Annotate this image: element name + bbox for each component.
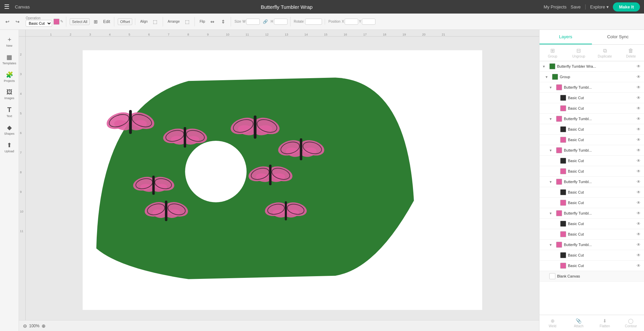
layer-group[interactable]: ▼ Group 👁 xyxy=(539,72,644,82)
group-button[interactable]: ⊞ Group xyxy=(539,45,566,61)
subgroup1-eye-icon[interactable]: 👁 xyxy=(636,84,641,90)
sidebar-item-new[interactable]: ＋ New xyxy=(1,32,18,50)
layer-subgroup-2[interactable]: ▼ Butterfly Tumbl... 👁 xyxy=(539,114,644,124)
flip-h-button[interactable]: ⇔ xyxy=(208,17,217,26)
sidebar-item-upload[interactable]: ⬆ Upload xyxy=(1,139,18,156)
sidebar-item-templates[interactable]: ▦ Templates xyxy=(1,51,18,68)
explore-button[interactable]: Explore ▾ xyxy=(590,4,609,9)
tab-color-sync[interactable]: Color Sync xyxy=(592,30,644,44)
subgroup6-expand-icon[interactable]: ▼ xyxy=(549,243,554,247)
cut2a-name: Basic Cut xyxy=(568,127,636,131)
layer-cut-1b[interactable]: Basic Cut 👁 xyxy=(539,103,644,114)
blank-canvas-layer[interactable]: Blank Canvas xyxy=(539,271,644,282)
menu-icon[interactable]: ☰ xyxy=(4,3,9,10)
group-layer-name: Group xyxy=(560,75,636,79)
svg-rect-7 xyxy=(129,110,132,134)
subgroup5-eye-icon[interactable]: 👁 xyxy=(636,210,641,216)
attach-button[interactable]: 📎 Attach xyxy=(566,315,592,331)
redo-button[interactable]: ↪ xyxy=(13,17,22,26)
layer-cut-2a[interactable]: Basic Cut 👁 xyxy=(539,124,644,135)
layer-subgroup-4[interactable]: ▼ Butterfly Tumbl... 👁 xyxy=(539,177,644,187)
sidebar-item-images[interactable]: 🖼 Images xyxy=(1,86,18,103)
cut5b-eye-icon[interactable]: 👁 xyxy=(636,231,641,237)
subgroup3-expand-icon[interactable]: ▼ xyxy=(549,149,554,152)
cut6b-eye-icon[interactable]: 👁 xyxy=(636,263,641,269)
cut2a-eye-icon[interactable]: 👁 xyxy=(636,126,641,132)
edit-icon[interactable]: ✎ xyxy=(60,19,63,24)
cut4a-eye-icon[interactable]: 👁 xyxy=(636,189,641,195)
cut2b-eye-icon[interactable]: 👁 xyxy=(636,137,641,143)
sidebar-item-shapes[interactable]: ◆ Shapes xyxy=(1,121,18,138)
offset-button[interactable]: Offset xyxy=(118,18,132,25)
subgroup5-expand-icon[interactable]: ▼ xyxy=(549,212,554,215)
make-it-button[interactable]: Make It xyxy=(613,2,640,12)
cut3b-name: Basic Cut xyxy=(568,169,636,173)
edit-button[interactable]: Edit xyxy=(102,17,111,26)
size-label: Size xyxy=(234,20,241,23)
layer-cut-6a[interactable]: Basic Cut 👁 xyxy=(539,250,644,261)
height-input[interactable] xyxy=(274,19,288,25)
layer-cut-3b[interactable]: Basic Cut 👁 xyxy=(539,166,644,177)
select-icon-button[interactable]: ⊞ xyxy=(91,17,100,26)
layer-cut-4b[interactable]: Basic Cut 👁 xyxy=(539,198,644,208)
cut5a-eye-icon[interactable]: 👁 xyxy=(636,221,641,227)
canvas-viewport[interactable] xyxy=(26,37,539,320)
rotate-group: Rotate xyxy=(291,19,325,25)
duplicate-button[interactable]: ⧉ Duplicate xyxy=(592,45,618,61)
layer-cut-2b[interactable]: Basic Cut 👁 xyxy=(539,135,644,145)
layer-cut-1a[interactable]: Basic Cut 👁 xyxy=(539,93,644,103)
contour-button[interactable]: ◯ Contour xyxy=(618,315,644,331)
layer-cut-3a[interactable]: Basic Cut 👁 xyxy=(539,156,644,166)
rotate-input[interactable] xyxy=(305,19,322,25)
subgroup2-icon xyxy=(554,115,564,123)
layer-subgroup-5[interactable]: ▼ Butterfly Tumbl... 👁 xyxy=(539,208,644,219)
subgroup3-eye-icon[interactable]: 👁 xyxy=(636,147,641,153)
layer-subgroup-1[interactable]: ▼ Butterfly Tumbl... 👁 xyxy=(539,82,644,93)
subgroup1-expand-icon[interactable]: ▼ xyxy=(549,86,554,89)
cut6a-eye-icon[interactable]: 👁 xyxy=(636,252,641,258)
size-lock-icon[interactable]: 🔗 xyxy=(260,17,270,26)
layer-cut-5a[interactable]: Basic Cut 👁 xyxy=(539,219,644,229)
ungroup-button[interactable]: ⊟ Ungroup xyxy=(566,45,592,61)
zoom-in-icon[interactable]: ⊕ xyxy=(42,323,46,329)
layer-cut-6b[interactable]: Basic Cut 👁 xyxy=(539,261,644,271)
subgroup2-eye-icon[interactable]: 👁 xyxy=(636,116,641,122)
select-all-button[interactable]: Select All xyxy=(70,18,90,25)
undo-button[interactable]: ↩ xyxy=(3,17,12,26)
group-eye-icon[interactable]: 👁 xyxy=(636,74,641,80)
delete-button[interactable]: 🗑 Delete xyxy=(618,45,644,61)
save-button[interactable]: Save xyxy=(571,4,581,9)
arrange-button[interactable]: ⬚ xyxy=(182,17,192,26)
tab-layers[interactable]: Layers xyxy=(539,30,592,44)
subgroup4-expand-icon[interactable]: ▼ xyxy=(549,180,554,184)
cut4b-eye-icon[interactable]: 👁 xyxy=(636,200,641,206)
layer-root[interactable]: ▼ Butterfly Tumbler Wra... 👁 xyxy=(539,61,644,72)
color-swatch[interactable] xyxy=(53,19,60,25)
flip-v-button[interactable]: ⇕ xyxy=(218,17,228,26)
layer-cut-5b[interactable]: Basic Cut 👁 xyxy=(539,229,644,240)
layer-subgroup-6[interactable]: ▼ Butterfly Tumbl... 👁 xyxy=(539,240,644,250)
operation-dropdown[interactable]: Basic Cut xyxy=(26,20,52,27)
cut3a-eye-icon[interactable]: 👁 xyxy=(636,158,641,164)
layer-cut-4a[interactable]: Basic Cut 👁 xyxy=(539,187,644,198)
width-input[interactable] xyxy=(246,19,260,25)
group-expand-icon[interactable]: ▼ xyxy=(545,75,550,79)
cut1a-eye-icon[interactable]: 👁 xyxy=(636,95,641,101)
align-button[interactable]: ⬚ xyxy=(151,17,160,26)
flatten-button[interactable]: ⬇ Flatten xyxy=(592,315,618,331)
my-projects-link[interactable]: My Projects xyxy=(544,4,567,9)
root-eye-icon[interactable]: 👁 xyxy=(636,63,641,69)
subgroup2-expand-icon[interactable]: ▼ xyxy=(549,117,554,121)
y-input[interactable] xyxy=(362,19,375,25)
weld-button[interactable]: ⊕ Weld xyxy=(539,315,566,331)
subgroup4-eye-icon[interactable]: 👁 xyxy=(636,179,641,185)
sidebar-item-projects[interactable]: 🧩 Projects xyxy=(1,68,18,85)
layer-subgroup-3[interactable]: ▼ Butterfly Tumbl... 👁 xyxy=(539,145,644,156)
cut3b-eye-icon[interactable]: 👁 xyxy=(636,168,641,174)
sidebar-item-text[interactable]: T Text xyxy=(1,103,18,120)
zoom-out-icon[interactable]: ⊖ xyxy=(23,323,27,329)
subgroup6-eye-icon[interactable]: 👁 xyxy=(636,242,641,248)
x-input[interactable] xyxy=(345,19,358,25)
cut1b-eye-icon[interactable]: 👁 xyxy=(636,105,641,111)
root-expand-icon[interactable]: ▼ xyxy=(542,65,548,68)
